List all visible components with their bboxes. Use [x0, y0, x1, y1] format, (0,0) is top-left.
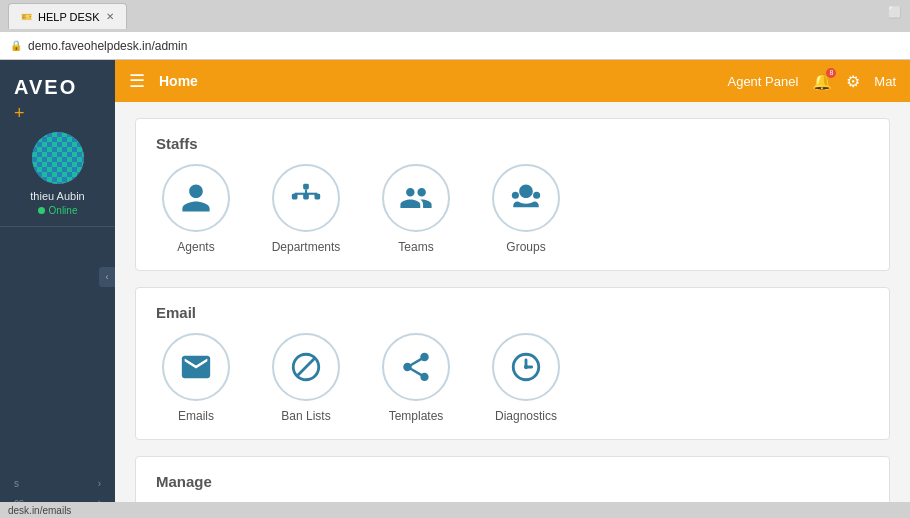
departments-label: Departments — [272, 240, 341, 254]
departments-item[interactable]: Departments — [266, 164, 346, 254]
main-content: Staffs Agents — [115, 102, 910, 518]
email-icon — [179, 350, 213, 384]
avatar — [32, 132, 84, 184]
notification-badge: 8 — [826, 68, 836, 78]
teams-label: Teams — [398, 240, 433, 254]
address-bar[interactable]: 🔒 demo.faveohelpdesk.in/admin — [0, 32, 910, 60]
groups-circle — [492, 164, 560, 232]
browser-tab-bar: 🎫 HELP DESK ✕ ⬜ — [0, 0, 910, 32]
teams-circle — [382, 164, 450, 232]
email-section: Email Emails — [135, 287, 890, 440]
ban-lists-label: Ban Lists — [281, 409, 330, 423]
email-grid: Emails Ban Lists — [156, 333, 869, 423]
templates-circle — [382, 333, 450, 401]
tab-close-button[interactable]: ✕ — [106, 11, 114, 22]
diagnostics-icon — [509, 350, 543, 384]
address-text: demo.faveohelpdesk.in/admin — [28, 39, 187, 53]
sidebar-collapse-button[interactable]: ‹ — [99, 267, 115, 287]
svg-point-13 — [524, 365, 528, 369]
agents-label: Agents — [177, 240, 214, 254]
svg-rect-0 — [303, 184, 309, 190]
topnav: ☰ Home Agent Panel 🔔 8 ⚙ Mat — [115, 60, 910, 102]
tab-title: HELP DESK — [38, 11, 100, 23]
sidebar-status: Online — [38, 205, 78, 216]
staffs-grid: Agents — [156, 164, 869, 254]
topnav-right: Agent Panel 🔔 8 ⚙ Mat — [727, 72, 896, 91]
svg-point-8 — [512, 192, 519, 199]
ban-icon — [289, 350, 323, 384]
emails-label: Emails — [178, 409, 214, 423]
agent-panel-button[interactable]: Agent Panel — [727, 74, 798, 89]
departments-icon — [289, 181, 323, 215]
svg-point-9 — [533, 192, 540, 199]
ban-lists-circle — [272, 333, 340, 401]
emails-item[interactable]: Emails — [156, 333, 236, 423]
topnav-username[interactable]: Mat — [874, 74, 896, 89]
groups-label: Groups — [506, 240, 545, 254]
teams-icon — [399, 181, 433, 215]
templates-icon — [399, 350, 433, 384]
hamburger-button[interactable]: ☰ — [129, 72, 145, 90]
sidebar-add-button[interactable]: + — [0, 103, 25, 124]
groups-icon — [509, 181, 543, 215]
sidebar-username: thieu Aubin — [30, 190, 84, 202]
browser-chrome: 🎫 HELP DESK ✕ ⬜ 🔒 demo.faveohelpdesk.in/… — [0, 0, 910, 60]
avatar-image — [32, 132, 84, 184]
topnav-left: ☰ Home — [129, 72, 198, 90]
browser-tab[interactable]: 🎫 HELP DESK ✕ — [8, 3, 127, 29]
person-icon — [179, 181, 213, 215]
email-title: Email — [156, 304, 869, 321]
sidebar-bottom-item-1[interactable]: s › — [0, 474, 115, 493]
notifications-button[interactable]: 🔔 8 — [812, 72, 832, 91]
groups-item[interactable]: Groups — [486, 164, 566, 254]
right-panel: ☰ Home Agent Panel 🔔 8 ⚙ Mat Staffs — [115, 60, 910, 518]
diagnostics-circle — [492, 333, 560, 401]
status-dot — [38, 207, 45, 214]
diagnostics-label: Diagnostics — [495, 409, 557, 423]
templates-item[interactable]: Templates — [376, 333, 456, 423]
staffs-title: Staffs — [156, 135, 869, 152]
manage-title: Manage — [156, 473, 869, 490]
sidebar-bottom-label-1: s — [14, 478, 19, 489]
sidebar-nav: ‹ — [0, 227, 115, 468]
statusbar-text: desk.in/emails — [8, 505, 71, 516]
staffs-section: Staffs Agents — [135, 118, 890, 271]
app-container: AVEO + thieu Aubin Online ‹ s › cs › — [0, 60, 910, 518]
home-link[interactable]: Home — [159, 73, 198, 89]
ban-lists-item[interactable]: Ban Lists — [266, 333, 346, 423]
tab-favicon: 🎫 — [21, 12, 32, 22]
emails-circle — [162, 333, 230, 401]
templates-label: Templates — [389, 409, 444, 423]
statusbar: desk.in/emails — [0, 502, 910, 518]
sidebar-expand-icon-1: › — [98, 478, 101, 489]
diagnostics-item[interactable]: Diagnostics — [486, 333, 566, 423]
sidebar-logo: AVEO — [0, 68, 77, 103]
departments-circle — [272, 164, 340, 232]
lock-icon: 🔒 — [10, 40, 22, 51]
status-text: Online — [49, 205, 78, 216]
sidebar: AVEO + thieu Aubin Online ‹ s › cs › — [0, 60, 115, 518]
window-controls[interactable]: ⬜ — [888, 6, 902, 19]
teams-item[interactable]: Teams — [376, 164, 456, 254]
agents-item[interactable]: Agents — [156, 164, 236, 254]
agents-circle — [162, 164, 230, 232]
settings-button[interactable]: ⚙ — [846, 72, 860, 91]
